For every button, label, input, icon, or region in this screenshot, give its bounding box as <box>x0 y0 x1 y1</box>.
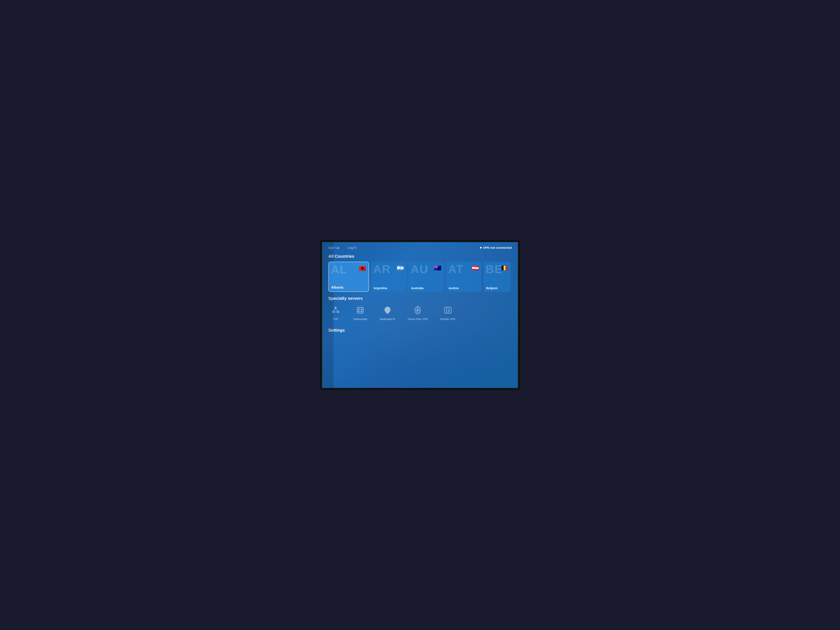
country-flag-ar: 🇦🇷 <box>397 265 404 272</box>
country-card-australia[interactable]: AU 🇦🇺 Australia <box>409 262 444 292</box>
onion-over-vpn-icon <box>412 305 423 316</box>
country-code-bg-au: AU <box>411 263 428 275</box>
specialty-row: P2P Obfuscated <box>328 305 512 321</box>
specialty-item-obfuscated[interactable]: Obfuscated <box>353 305 367 321</box>
p2p-label: P2P <box>333 317 338 321</box>
svg-rect-6 <box>357 307 363 313</box>
country-flag-be: 🇧🇪 <box>501 265 508 272</box>
country-flag-al: 🇦🇱 <box>359 265 366 272</box>
specialty-servers-title: Specialty servers <box>328 296 512 301</box>
specialty-item-double-vpn[interactable]: 2 Double VPN <box>441 305 455 321</box>
country-code-bg-at: AT <box>448 263 464 275</box>
vpn-status-text: VPN not connected <box>483 246 512 249</box>
country-flag-at: 🇦🇹 <box>472 265 479 272</box>
header: Sign Up Log In VPN not connected <box>322 242 518 251</box>
country-name-be: Belgium <box>486 286 508 290</box>
specialty-servers-section: Specialty servers P2P <box>322 292 518 323</box>
country-flag-au: 🇦🇺 <box>434 265 442 272</box>
all-countries-section: All Countries AL 🇦🇱 Albania AR 🇦🇷 Argent… <box>322 251 518 292</box>
settings-title: Settings <box>328 328 512 333</box>
dedicated-ip-icon <box>382 305 393 316</box>
svg-line-4 <box>336 308 338 311</box>
country-card-argentina[interactable]: AR 🇦🇷 Argentina <box>371 262 406 292</box>
countries-row: AL 🇦🇱 Albania AR 🇦🇷 Argentina AU 🇦🇺 Aust… <box>322 262 518 292</box>
login-button[interactable]: Log In <box>348 246 357 249</box>
country-code-bg-ar: AR <box>373 263 391 275</box>
screen: Sign Up Log In VPN not connected All Cou… <box>322 242 518 388</box>
svg-point-13 <box>417 309 418 311</box>
all-countries-title: All Countries <box>322 251 518 262</box>
specialty-item-onion-over-vpn[interactable]: Onion Over VPN <box>408 305 428 321</box>
dedicated-ip-label: Dedicated IP <box>380 317 395 321</box>
specialty-item-dedicated-ip[interactable]: Dedicated IP <box>380 305 395 321</box>
obfuscated-icon <box>355 305 365 316</box>
country-name-ar: Argentina <box>374 286 404 290</box>
country-name-al: Albania <box>331 286 366 289</box>
country-code-bg-al: AL <box>331 264 347 275</box>
vpn-status-dot <box>480 247 482 248</box>
double-vpn-icon: 2 <box>443 305 453 316</box>
country-code-bg-be: BE <box>486 263 503 275</box>
obfuscated-label: Obfuscated <box>353 317 367 321</box>
vpn-status: VPN not connected <box>480 246 512 249</box>
svg-text:2: 2 <box>448 308 450 312</box>
svg-point-0 <box>335 307 336 308</box>
tv-frame: Sign Up Log In VPN not connected All Cou… <box>320 240 520 390</box>
country-card-albania[interactable]: AL 🇦🇱 Albania <box>328 262 369 292</box>
country-card-austria[interactable]: AT 🇦🇹 Austria <box>446 262 482 292</box>
country-card-belgium[interactable]: BE 🇧🇪 Belgium <box>483 262 511 292</box>
onion-over-vpn-label: Onion Over VPN <box>408 317 428 321</box>
settings-section: Settings <box>322 323 518 335</box>
country-name-at: Austria <box>448 286 479 290</box>
double-vpn-label: Double VPN <box>441 317 455 321</box>
country-name-au: Australia <box>411 286 442 290</box>
